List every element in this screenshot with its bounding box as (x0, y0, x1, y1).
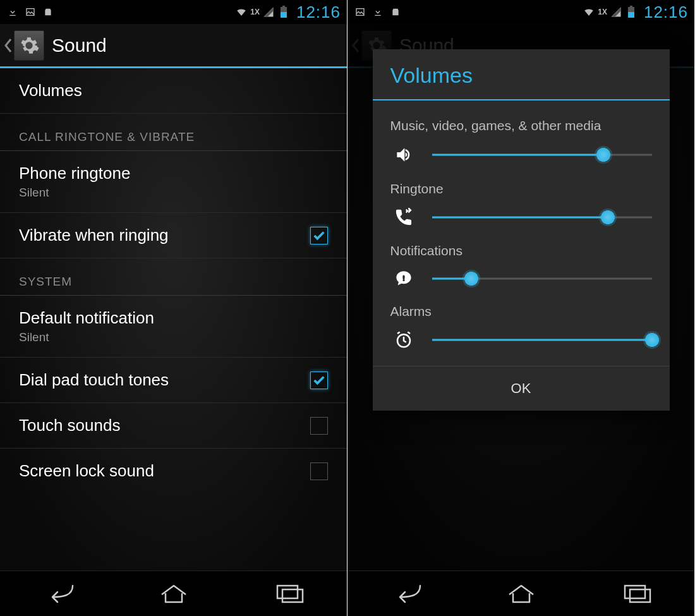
wifi-icon (235, 6, 248, 18)
item-value: Silent (19, 330, 154, 344)
phone-right: 1X 12:16 Sound Volumes Music, video, gam… (348, 0, 695, 616)
action-bar[interactable]: Sound (0, 24, 347, 68)
nav-home-button[interactable] (499, 583, 544, 605)
item-vibrate[interactable]: Vibrate when ringing (0, 213, 347, 258)
wifi-icon (583, 6, 595, 18)
volumes-dialog: Volumes Music, video, games, & other med… (373, 49, 670, 411)
picture-icon (354, 6, 366, 18)
network-type-label: 1X (598, 8, 607, 16)
bag-check-icon (42, 6, 54, 18)
item-value: Silent (19, 186, 130, 200)
network-type-label: 1X (250, 8, 260, 16)
ok-button[interactable]: OK (373, 366, 670, 411)
download-icon (6, 6, 19, 18)
item-screen-lock-sound[interactable]: Screen lock sound (0, 449, 347, 493)
phone-left: 1X 12:16 Sound Volumes CALL RINGTONE & V… (0, 0, 348, 616)
volume-label: Ringtone (390, 181, 652, 196)
battery-icon (277, 6, 290, 18)
status-clock: 12:16 (644, 3, 688, 22)
page-title: Sound (52, 35, 107, 56)
svg-rect-9 (628, 12, 634, 18)
slider-ringtone[interactable] (432, 208, 652, 226)
item-label: Dial pad touch tones (19, 370, 169, 390)
svg-point-10 (402, 279, 404, 281)
item-touch-sounds[interactable]: Touch sounds (0, 403, 347, 449)
back-caret-icon[interactable] (3, 36, 14, 55)
svg-rect-14 (630, 589, 650, 602)
item-label: Default notification (19, 308, 154, 328)
item-default-notification[interactable]: Default notification Silent (0, 296, 347, 358)
slider-media[interactable] (432, 146, 652, 164)
svg-rect-13 (625, 586, 645, 598)
status-bar: 1X 12:16 (0, 0, 347, 24)
phone-ringing-icon (390, 208, 417, 227)
svg-rect-3 (281, 12, 287, 18)
item-label: Volumes (19, 81, 82, 100)
nav-home-button[interactable] (151, 583, 196, 605)
volume-group-notifications: Notifications (390, 243, 652, 287)
checkbox-touch-sounds[interactable] (310, 417, 328, 435)
checkbox-screen-lock[interactable] (310, 462, 328, 480)
nav-bar (348, 571, 694, 616)
item-label: Touch sounds (19, 416, 120, 435)
volume-group-ringtone: Ringtone (390, 181, 652, 227)
section-header-system: SYSTEM (0, 258, 347, 296)
volume-label: Alarms (390, 304, 652, 319)
item-label: Phone ringtone (19, 164, 130, 183)
notification-bubble-icon (390, 270, 417, 287)
signal-icon (610, 6, 622, 18)
item-phone-ringtone[interactable]: Phone ringtone Silent (0, 151, 347, 213)
status-clock: 12:16 (296, 3, 341, 22)
nav-recent-button[interactable] (267, 583, 312, 605)
section-header-ringtone: CALL RINGTONE & VIBRATE (0, 114, 347, 151)
settings-list[interactable]: Volumes CALL RINGTONE & VIBRATE Phone ri… (0, 68, 347, 571)
bag-check-icon (389, 6, 402, 18)
nav-back-button[interactable] (383, 583, 428, 605)
svg-rect-8 (630, 6, 632, 7)
nav-back-button[interactable] (35, 583, 81, 605)
download-icon (372, 6, 384, 18)
battery-icon (625, 6, 638, 18)
alarm-clock-icon (390, 330, 417, 349)
slider-notifications[interactable] (432, 270, 652, 287)
svg-rect-11 (402, 275, 404, 279)
svg-rect-4 (277, 586, 298, 598)
item-label: Screen lock sound (19, 461, 154, 481)
checkbox-vibrate[interactable] (310, 227, 328, 245)
settings-gear-icon[interactable] (14, 30, 44, 61)
item-volumes[interactable]: Volumes (0, 68, 347, 114)
volume-group-alarms: Alarms (390, 304, 652, 349)
checkbox-dialpad[interactable] (310, 371, 328, 389)
nav-bar (0, 571, 347, 616)
svg-rect-5 (282, 589, 303, 602)
picture-icon (24, 6, 37, 18)
item-label: Vibrate when ringing (19, 226, 169, 245)
slider-alarms[interactable] (432, 331, 652, 349)
dialog-backdrop[interactable]: Volumes Music, video, games, & other med… (348, 24, 694, 571)
speaker-icon (390, 145, 417, 165)
status-bar: 1X 12:16 (348, 0, 694, 24)
item-dialpad-tones[interactable]: Dial pad touch tones (0, 358, 347, 403)
nav-recent-button[interactable] (614, 583, 660, 605)
volume-label: Notifications (390, 243, 652, 258)
signal-icon (262, 6, 275, 18)
svg-rect-2 (282, 6, 285, 7)
volume-label: Music, video, games, & other media (390, 118, 652, 133)
volume-group-media: Music, video, games, & other media (390, 118, 652, 165)
dialog-title: Volumes (373, 49, 670, 100)
